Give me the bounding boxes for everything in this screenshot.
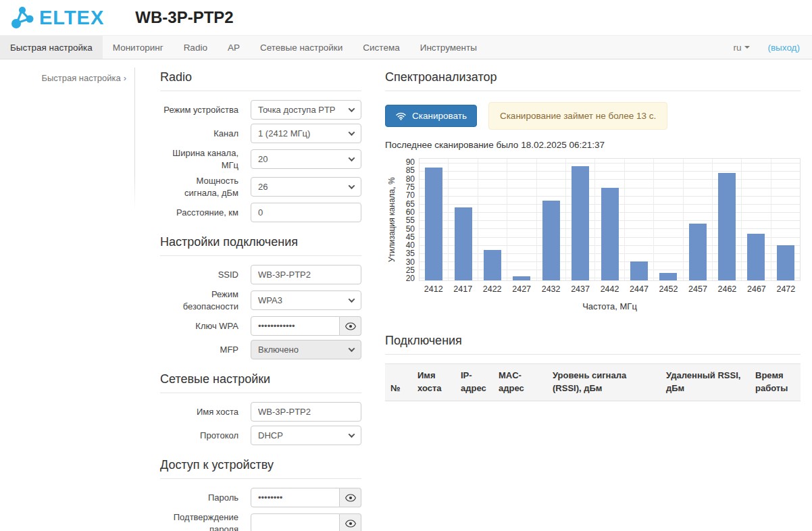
form-row: Расстояние, км — [160, 203, 361, 222]
security-mode-select[interactable]: WPA3 — [251, 290, 361, 310]
scan-button[interactable]: Сканировать — [385, 105, 477, 127]
language-dropdown[interactable]: ru — [733, 43, 750, 53]
select-value: 20 — [258, 154, 268, 164]
chart-bar — [689, 224, 707, 280]
chart-y-tick: 60 — [406, 207, 415, 217]
chart-y-tick: 80 — [406, 174, 415, 184]
connections-table-header: № Имя хоста IP-адрес MAC-адрес Уровень с… — [385, 364, 801, 401]
eltex-logo[interactable]: ELTEX — [10, 5, 104, 30]
tab-system[interactable]: Система — [353, 36, 409, 59]
chart-plot-area: 2412241724222427243224372442244724522457… — [419, 158, 801, 321]
tab-radio[interactable]: Radio — [174, 36, 218, 59]
section-title-spectrum: Спектроанализатор — [385, 70, 801, 91]
chart-x-tick: 2462 — [713, 284, 742, 294]
confirm-password-group — [251, 513, 361, 531]
chart-x-tick: 2422 — [478, 284, 507, 294]
hostname-input[interactable] — [251, 402, 361, 422]
chart-y-tick: 40 — [406, 241, 415, 250]
chart-y-tick: 25 — [406, 266, 415, 275]
confirm-password-input[interactable] — [251, 513, 340, 531]
tab-ap[interactable]: AP — [218, 36, 250, 59]
channel-width-select[interactable]: 20 — [251, 149, 361, 169]
select-value: DHCP — [258, 430, 283, 440]
chart-x-tick: 2472 — [771, 284, 801, 294]
password-input[interactable] — [251, 488, 340, 507]
chart-bar — [747, 234, 765, 280]
chart-bar — [425, 168, 442, 280]
tab-network-settings[interactable]: Сетевые настройки — [250, 36, 353, 59]
col-uptime: Время работы — [750, 364, 801, 401]
chart-column — [420, 159, 449, 280]
chart-y-axis: 202530354045505560657075808590 — [399, 158, 419, 281]
show-wpa-key-button[interactable] — [340, 316, 361, 336]
chart-bar — [572, 166, 589, 280]
app-header: ELTEX WB-3P-PTP2 — [0, 0, 812, 35]
chart-x-tick: 2452 — [654, 284, 683, 294]
sidebar-item-quick-setup[interactable]: Быстрая настройка — [0, 73, 135, 83]
distance-input[interactable] — [251, 203, 361, 222]
settings-form: Radio Режим устройства Точка доступа PTP… — [160, 70, 361, 531]
chart-y-tick: 45 — [406, 232, 415, 242]
sidebar: Быстрая настройка — [0, 59, 135, 276]
distance-label: Расстояние, км — [160, 207, 238, 219]
form-row: Режим устройства Точка доступа PTP — [160, 100, 361, 120]
form-row: Пароль — [160, 488, 361, 507]
col-ip: IP-адрес — [455, 364, 493, 401]
chart-y-tick: 65 — [406, 199, 415, 209]
chart-y-tick: 20 — [406, 274, 415, 283]
form-row: Подтверждение пароля — [160, 511, 361, 531]
wpa-key-input[interactable] — [251, 316, 340, 336]
chevron-down-icon — [349, 296, 355, 303]
signal-power-select[interactable]: 26 — [251, 177, 361, 197]
chart-x-tick: 2457 — [683, 284, 712, 294]
chart-x-tick: 2412 — [419, 284, 448, 294]
chart-bar — [542, 201, 560, 280]
show-confirm-password-button[interactable] — [340, 513, 361, 531]
chevron-down-icon — [349, 431, 355, 438]
mfp-select[interactable]: Включено — [251, 340, 361, 359]
tab-monitoring[interactable]: Мониторинг — [103, 36, 174, 59]
form-row: Ключ WPA — [160, 316, 361, 336]
col-remote-rssi: Удаленный RSSI, дБм — [661, 364, 750, 401]
connections-table: № Имя хоста IP-адрес MAC-адрес Уровень с… — [385, 363, 801, 401]
chart-x-tick: 2437 — [565, 284, 594, 294]
sidebar-item-label: Быстрая настройка — [41, 73, 120, 83]
chevron-down-icon — [349, 105, 355, 112]
eye-icon — [345, 494, 356, 502]
chart-column — [537, 159, 566, 280]
logout-link[interactable]: (выход) — [767, 43, 800, 53]
chart-bar — [718, 173, 736, 280]
chart-y-tick: 85 — [406, 166, 415, 175]
password-group — [251, 488, 361, 507]
form-row: Режим безопасности WPA3 — [160, 288, 361, 312]
show-password-button[interactable] — [340, 488, 361, 507]
chevron-down-icon — [349, 155, 355, 161]
col-hostname: Имя хоста — [412, 364, 455, 401]
chart-bar — [777, 245, 794, 280]
select-value: 26 — [258, 182, 268, 192]
wpa-key-label: Ключ WPA — [160, 320, 238, 332]
chart-y-tick: 35 — [406, 249, 415, 258]
chevron-down-icon — [349, 129, 355, 136]
form-row: Протокол DHCP — [160, 426, 361, 445]
tab-quick-setup[interactable]: Быстрая настройка — [0, 36, 103, 59]
select-value: WPA3 — [258, 295, 282, 305]
wpa-key-group — [251, 316, 361, 336]
device-mode-select[interactable]: Точка доступа PTP — [251, 100, 361, 120]
channel-width-label: Ширина канала, МГц — [160, 147, 238, 171]
chart-column — [654, 159, 683, 280]
tab-tools[interactable]: Инструменты — [410, 36, 487, 59]
ssid-input[interactable] — [251, 265, 361, 284]
chart-y-tick: 75 — [406, 182, 415, 192]
channel-select[interactable]: 1 (2412 МГц) — [251, 124, 361, 143]
chart-bar — [659, 273, 677, 280]
col-rssi: Уровень сигнала (RSSI), дБм — [547, 364, 661, 401]
protocol-select[interactable]: DHCP — [251, 426, 361, 445]
select-value: Включено — [258, 345, 299, 355]
chart-column — [713, 159, 742, 280]
chart-y-tick: 70 — [406, 191, 415, 200]
scan-controls: Сканировать Сканирование займет не более… — [385, 102, 801, 130]
password-label: Пароль — [160, 492, 238, 504]
chevron-down-icon — [349, 182, 355, 189]
form-row: SSID — [160, 265, 361, 284]
